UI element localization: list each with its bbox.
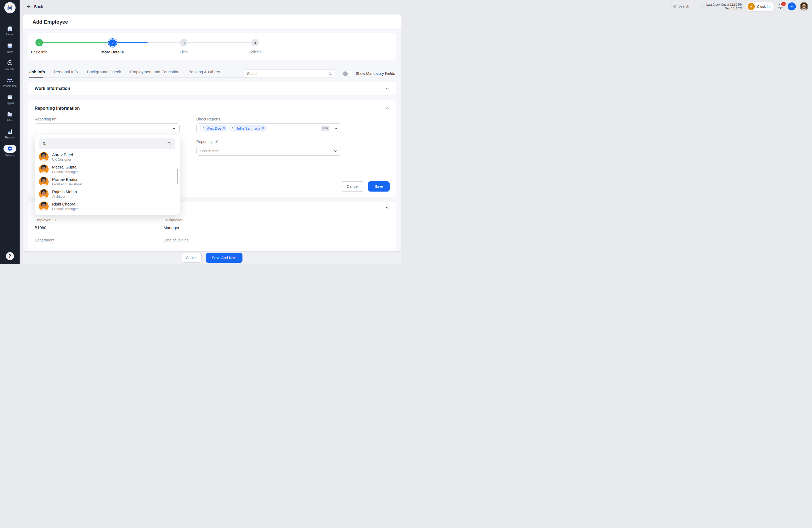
department-label: Department bbox=[35, 238, 163, 242]
section-header[interactable]: Reporting Information bbox=[35, 100, 390, 117]
sidebar-item-inbox[interactable]: Inbox bbox=[0, 39, 19, 56]
fields-search-input[interactable] bbox=[247, 72, 328, 76]
save-button[interactable]: Save bbox=[368, 181, 390, 192]
field-label: Reporting to* bbox=[196, 139, 341, 144]
sidebar-item-label: Payroll bbox=[6, 102, 14, 105]
direct-report-chip: Jullie Sanmada ✕ bbox=[229, 125, 266, 132]
dropdown-option[interactable]: Rajesh MehtaArchitect bbox=[35, 188, 180, 200]
direct-reports-group: Direct Reports Alex Doe ✕ Jullie Sanmada… bbox=[196, 117, 341, 156]
sidebar-item-settings[interactable]: Settings bbox=[0, 142, 19, 160]
person-name: Meeraj Gupta bbox=[52, 165, 78, 169]
tabs: Job Info Personal Info Background Check … bbox=[29, 70, 229, 77]
sidebar-item-reports[interactable]: Reports bbox=[0, 125, 19, 142]
person-role: Product Manager bbox=[52, 170, 78, 174]
sidebar-item-payroll[interactable]: Payroll bbox=[0, 91, 19, 108]
step-label: Policies bbox=[249, 50, 262, 54]
person-role: Front end Developer bbox=[52, 182, 83, 186]
dropdown-search-input[interactable] bbox=[43, 142, 167, 146]
home-icon bbox=[6, 25, 13, 32]
stepper-step-basic-info[interactable]: Basic Info bbox=[23, 39, 61, 54]
cancel-button[interactable]: Cancel bbox=[341, 181, 364, 192]
fields-search[interactable] bbox=[244, 69, 335, 78]
step-number: 2 bbox=[108, 39, 117, 47]
tab-job-info[interactable]: Job Info bbox=[29, 70, 45, 77]
person-icon bbox=[230, 126, 235, 131]
sidebar-item-files[interactable]: Files bbox=[0, 108, 19, 125]
stepper-step-policies[interactable]: 4 Policies bbox=[234, 39, 277, 54]
mandatory-fields-toggle[interactable] bbox=[342, 71, 353, 76]
page-footer: Cancel Save And Next bbox=[23, 252, 402, 264]
dropdown-option[interactable]: Aarav PatelUX Designer bbox=[35, 151, 180, 163]
dropdown-option[interactable]: Pranav BhatiaFront end Developer bbox=[35, 176, 180, 188]
employee-id-value: B1080 bbox=[35, 225, 163, 230]
more-chips-badge[interactable]: +16 bbox=[321, 125, 330, 131]
dropdown-search[interactable] bbox=[39, 138, 175, 149]
tabs-row: Job Info Personal Info Background Check … bbox=[29, 69, 395, 78]
person-name: Aarav Patel bbox=[52, 152, 73, 157]
person-name: Rajesh Mehta bbox=[52, 190, 77, 194]
payroll-card-icon bbox=[6, 94, 13, 100]
dropdown-scrollbar[interactable] bbox=[177, 169, 178, 184]
sidebar-item-my-info[interactable]: My Info bbox=[0, 56, 19, 74]
person-role: UX Designer bbox=[52, 158, 73, 162]
person-avatar bbox=[39, 201, 48, 211]
question-mark-icon: ? bbox=[9, 254, 11, 259]
reporting-to-secondary-select[interactable]: Search here bbox=[196, 146, 341, 156]
chevron-up-icon[interactable] bbox=[385, 106, 390, 111]
section-title: Work Information bbox=[35, 86, 70, 91]
save-and-next-button[interactable]: Save And Next bbox=[206, 253, 243, 263]
sidebar-item-label: Files bbox=[7, 119, 13, 122]
back-button[interactable]: Back bbox=[26, 4, 43, 9]
sidebar-item-label: Settings bbox=[5, 154, 14, 157]
work-information-section[interactable]: Work Information bbox=[28, 82, 396, 95]
person-name: Rishi Chopra bbox=[52, 202, 78, 206]
sidebar-item-label: Reports bbox=[5, 136, 14, 139]
designation-label: Designation bbox=[163, 218, 390, 222]
direct-reports-field[interactable]: Alex Doe ✕ Jullie Sanmada ✕ +16 bbox=[196, 123, 341, 133]
page-title: Add Employee bbox=[32, 19, 68, 25]
tab-personal-info[interactable]: Personal Info bbox=[54, 70, 77, 77]
stepper-step-more-details[interactable]: 2 More Details bbox=[91, 39, 134, 54]
remove-chip-icon[interactable]: ✕ bbox=[262, 127, 264, 130]
date-of-joining-label: Date of Joining bbox=[163, 238, 390, 242]
chip-name: Alex Doe bbox=[207, 126, 221, 131]
help-button[interactable]: ? bbox=[6, 252, 14, 260]
footer-cancel-button[interactable]: Cancel bbox=[182, 253, 202, 263]
step-label: Basic Info bbox=[31, 50, 47, 54]
page-header: Add Employee bbox=[23, 15, 402, 30]
bar-chart-icon bbox=[6, 128, 13, 135]
folder-icon bbox=[6, 111, 13, 118]
tab-background-check[interactable]: Background Check bbox=[87, 70, 121, 77]
tab-employment-education[interactable]: Employment and Education bbox=[130, 70, 179, 77]
sidebar-item-people-info[interactable]: People Info bbox=[0, 74, 19, 91]
stepper-step-files[interactable]: 3 Files bbox=[162, 39, 205, 54]
remove-chip-icon[interactable]: ✕ bbox=[223, 127, 225, 130]
required-asterisk: * bbox=[55, 117, 56, 121]
person-role: Architect bbox=[52, 195, 77, 198]
direct-report-chip: Alex Doe ✕ bbox=[200, 125, 228, 132]
search-icon bbox=[328, 71, 332, 76]
tab-banking-others[interactable]: Banking & Others bbox=[188, 70, 220, 77]
inbox-icon bbox=[6, 42, 13, 49]
sidebar-nav: Home Inbox My Info People Info Payroll bbox=[0, 22, 19, 160]
topbar: Back Last Clock Out at 12:30 PM Sep 13, … bbox=[19, 0, 406, 13]
dropdown-option[interactable]: Meeraj GuptaProduct Manager bbox=[35, 163, 180, 176]
chip-name: Jullie Sanmada bbox=[236, 126, 260, 131]
field-label: Direct Reports bbox=[196, 117, 341, 121]
sidebar: Home Inbox My Info People Info Payroll bbox=[0, 0, 19, 264]
chevron-down-icon[interactable] bbox=[385, 86, 390, 91]
people-group-icon bbox=[6, 77, 13, 83]
reporting-to-group: Reporting to* bbox=[35, 117, 180, 156]
chevron-up-icon[interactable] bbox=[385, 205, 390, 210]
gear-icon bbox=[7, 146, 13, 151]
person-circle-icon bbox=[6, 60, 13, 66]
app-logo[interactable] bbox=[4, 2, 16, 13]
sidebar-item-home[interactable]: Home bbox=[0, 22, 19, 39]
reporting-to-select[interactable] bbox=[35, 123, 180, 133]
dropdown-option[interactable]: Rishi ChopraProduct Manager bbox=[35, 200, 180, 212]
stepper: Basic Info 2 More Details 3 Files 4 Poli… bbox=[28, 33, 396, 60]
required-asterisk: * bbox=[217, 139, 218, 144]
mandatory-fields-label: Show Mandatory Fields bbox=[356, 71, 395, 76]
back-arrow-icon bbox=[26, 4, 31, 9]
person-role: Product Manager bbox=[52, 207, 78, 211]
